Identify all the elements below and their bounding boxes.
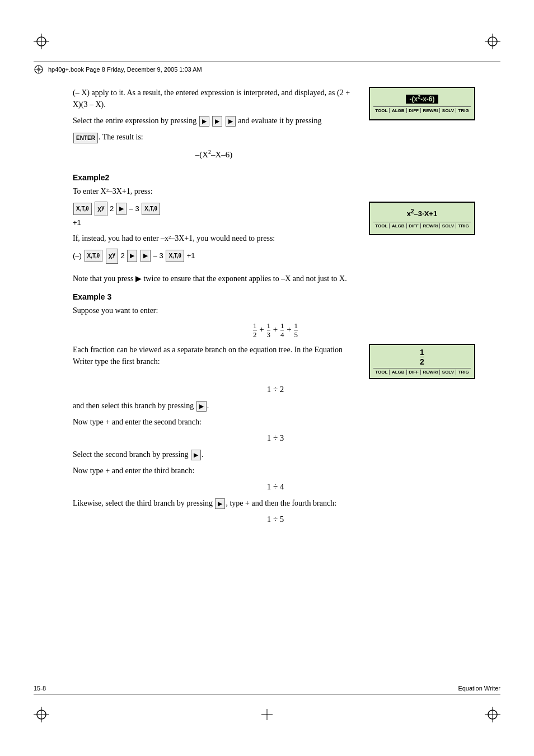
menu-diff-2[interactable]: DIFF [407,223,421,228]
example3-intro: Suppose you want to enter: [73,305,478,316]
intro-section: (– X) apply to it. As a result, the ente… [73,87,478,165]
screen2-menu-bar: TOOL ALGB DIFF REWRI SOLV TRIG [373,222,471,228]
menu-tool-1[interactable]: TOOL [373,108,390,113]
example3-desc1: Each fraction can be viewed as a separat… [73,344,355,367]
menu-rewri-1[interactable]: REWRI [421,108,441,113]
key-right-5[interactable]: ▶ [191,450,201,460]
page-header: hp40g+.book Page 8 Friday, December 9, 2… [34,62,500,74]
enter-key: ENTER. The result is: [73,131,355,143]
screen1-menu-bar: TOOL ALGB DIFF REWRI SOLV TRIG [373,106,471,113]
key-arrow-2[interactable]: ▶ [212,116,222,127]
key-right-4[interactable]: ▶ [196,401,207,412]
example2-keys-col: X,T,θ Xy 2 ▶ – 3 X,T,θ +1 If, instead, y… [73,202,355,267]
header-text: hp40g+.book Page 8 Friday, December 9, 2… [48,66,202,73]
example2-layout: X,T,θ Xy 2 ▶ – 3 X,T,θ +1 If, instead, y… [73,202,478,267]
and-then-text: and then select this branch by pressing … [73,400,478,412]
third-branch-display: 1 ÷ 4 [73,482,478,492]
screen3-col: 1 2 TOOL ALGB DIFF REWRI SOLV TRIG [366,344,478,379]
now-type-plus-2: Now type + and enter the second branch: [73,416,478,428]
screen1-content: -(x2-x-6) [406,94,438,104]
frac-1-3: 1 3 [267,322,271,338]
menu-solv-3[interactable]: SOLV [441,370,456,375]
screen2-col: x2–3·X+1 TOOL ALGB DIFF REWRI SOLV TRIG [366,202,478,267]
menu-rewri-2[interactable]: REWRI [421,223,441,228]
menu-tool-3[interactable]: TOOL [373,370,390,375]
main-content: (– X) apply to it. As a result, the ente… [73,87,478,683]
corner-mark-tl [34,34,49,49]
menu-diff-1[interactable]: DIFF [407,108,421,113]
result-expr: –(X2–X–6) [73,149,355,160]
page-footer: 15-8 Equation Writer [34,685,500,694]
calc-screen-3: 1 2 TOOL ALGB DIFF REWRI SOLV TRIG [369,344,475,379]
calc-screen-2: x2–3·X+1 TOOL ALGB DIFF REWRI SOLV TRIG [369,202,475,235]
likewise-text: Likewise, select the third branch by pre… [73,497,478,509]
key-xt-theta-1[interactable]: X,T,θ [73,203,92,215]
frac-1-5: 1 5 [294,322,298,338]
menu-solv-1[interactable]: SOLV [441,108,456,113]
key-xt-theta-3[interactable]: X,T,θ [85,250,103,262]
example3-layout: Each fraction can be viewed as a separat… [73,344,478,379]
corner-mark-bl [34,707,49,722]
key-xt-theta-2[interactable]: X,T,θ [142,203,160,215]
example3-desc-col: Each fraction can be viewed as a separat… [73,344,355,379]
menu-algb-1[interactable]: ALGB [390,108,407,113]
screen3-content: 1 2 [419,348,425,366]
example2-heading: Example2 [73,173,478,182]
screen1-col: -(x2-x-6) TOOL ALGB DIFF REWRI SOLV TRIG [366,87,478,165]
corner-mark-tr [485,34,500,49]
first-branch-display: 1 ÷ 2 [73,385,478,394]
note-text: Note that you press ▶ twice to ensure th… [73,273,478,284]
footer-page-number: 15-8 [34,685,46,692]
key-right-6[interactable]: ▶ [215,498,225,509]
footer-title: Equation Writer [458,685,500,692]
intro-paragraph: (– X) apply to it. As a result, the ente… [73,87,355,110]
key-right-3[interactable]: ▶ [140,250,151,262]
second-branch-display: 1 ÷ 3 [73,433,478,443]
sum-expression: 1 2 + 1 3 + 1 4 + 1 5 [73,322,478,338]
example3-section: Example 3 Suppose you want to enter: 1 2… [73,292,478,525]
menu-diff-3[interactable]: DIFF [407,370,421,375]
header-compass-icon [34,64,44,74]
menu-trig-1[interactable]: TRIG [457,108,471,113]
key-xt-theta-4[interactable]: X,T,θ [166,250,184,262]
key-right-2[interactable]: ▶ [127,250,137,262]
menu-solv-2[interactable]: SOLV [441,223,456,228]
key-xy-2[interactable]: Xy [106,249,118,263]
key-arrow-1[interactable]: ▶ [199,116,209,127]
screen2-content: x2–3·X+1 [407,208,437,219]
intro-text-col: (– X) apply to it. As a result, the ente… [73,87,355,165]
menu-trig-2[interactable]: TRIG [457,223,471,228]
if-instead: If, instead, you had to enter –x²–3X+1, … [73,232,355,244]
menu-tool-2[interactable]: TOOL [373,223,390,228]
screen3-fraction: 1 2 [420,348,424,366]
example2-section: Example2 To enter X²–3X+1, press: X,T,θ … [73,173,478,284]
menu-rewri-3[interactable]: REWRI [421,370,441,375]
menu-trig-3[interactable]: TRIG [457,370,471,375]
menu-algb-2[interactable]: ALGB [390,223,407,228]
fourth-branch-display: 1 ÷ 5 [73,515,478,524]
corner-mark-br [485,707,500,722]
frac-1-4: 1 4 [280,322,284,338]
neg-keyseq: (–) X,T,θ Xy 2 ▶ ▶ – 3 X,T,θ +1 [73,249,355,263]
key-arrow-3[interactable]: ▶ [226,116,236,127]
example3-heading: Example 3 [73,292,478,301]
key-xy-1[interactable]: Xy [95,202,107,216]
screen3-menu-bar: TOOL ALGB DIFF REWRI SOLV TRIG [373,368,471,375]
example2-intro: To enter X²–3X+1, press: [73,185,478,197]
select-text: Select the entire expression by pressing… [73,115,355,127]
frac-1-2: 1 2 [253,322,257,338]
select-second: Select the second branch by pressing ▶. [73,449,478,460]
key-enter[interactable]: ENTER [73,133,98,143]
bottom-center-mark [261,709,273,722]
page: hp40g+.book Page 8 Friday, December 9, 2… [0,0,534,756]
example2-keyseq: X,T,θ Xy 2 ▶ – 3 X,T,θ +1 [73,202,355,230]
calc-screen-1: -(x2-x-6) TOOL ALGB DIFF REWRI SOLV TRIG [369,87,475,120]
key-right-1[interactable]: ▶ [116,203,127,215]
now-type-plus-3: Now type + and enter the third branch: [73,465,478,477]
menu-algb-3[interactable]: ALGB [390,370,407,375]
